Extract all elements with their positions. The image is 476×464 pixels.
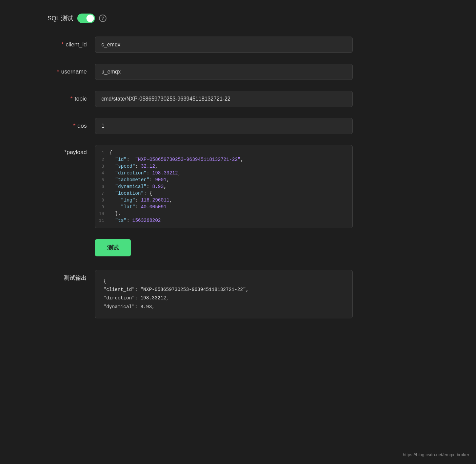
line-content: }, xyxy=(110,211,352,216)
output-box: { "client_id": "NXP-058659730253-9639451… xyxy=(95,270,353,318)
toggle-slider xyxy=(77,14,95,23)
client-id-input[interactable] xyxy=(95,37,353,53)
output-row: 测试输出 { "client_id": "NXP-058659730253-96… xyxy=(27,270,449,318)
qos-input[interactable] xyxy=(95,118,353,134)
output-line: "client_id": "NXP-058659730253-963945118… xyxy=(103,286,344,294)
line-number: 1 xyxy=(95,150,110,155)
username-row: *username xyxy=(27,64,449,80)
sql-label: SQL 测试 xyxy=(47,14,73,22)
line-content: "direction": 198.33212, xyxy=(110,170,352,176)
qos-row: *qos xyxy=(27,118,449,134)
line-number: 5 xyxy=(95,177,110,183)
code-line: 4 "direction": 198.33212, xyxy=(95,170,352,176)
sql-toggle-row: SQL 测试 ? xyxy=(47,14,449,23)
client-id-required-star: * xyxy=(61,41,64,48)
code-line: 6 "dynamical": 8.93, xyxy=(95,183,352,190)
payload-editor[interactable]: 1{2 "id": "NXP-058659730253-963945118132… xyxy=(95,145,353,228)
code-line: 7 "location": { xyxy=(95,190,352,197)
sql-toggle[interactable] xyxy=(77,14,95,23)
topic-required-star: * xyxy=(70,96,73,102)
line-number: 9 xyxy=(95,205,110,210)
output-label: 测试输出 xyxy=(27,270,95,282)
line-content: "tachometer": 9001, xyxy=(110,177,352,183)
code-line: 5 "tachometer": 9001, xyxy=(95,176,352,183)
code-line: 9 "lat": 40.005091 xyxy=(95,204,352,210)
line-number: 2 xyxy=(95,157,110,162)
payload-row: *payload 1{2 "id": "NXP-058659730253-963… xyxy=(27,145,449,228)
payload-label: *payload xyxy=(27,145,95,156)
line-content: "ts": 1563268202 xyxy=(110,218,352,223)
line-content: "dynamical": 8.93, xyxy=(110,184,352,189)
line-number: 4 xyxy=(95,171,110,176)
output-line: { xyxy=(103,277,344,286)
code-line: 2 "id": "NXP-058659730253-96394511813272… xyxy=(95,156,352,163)
line-number: 11 xyxy=(95,218,110,223)
code-lines: 1{2 "id": "NXP-058659730253-963945118132… xyxy=(95,145,352,228)
client-id-label: *client_id xyxy=(27,41,95,48)
output-line: "dynamical": 8.93, xyxy=(103,303,344,311)
client-id-row: *client_id xyxy=(27,37,449,53)
code-line: 8 "lng": 116.296011, xyxy=(95,197,352,204)
username-input[interactable] xyxy=(95,64,353,80)
line-content: { xyxy=(110,150,352,155)
test-button[interactable]: 测试 xyxy=(95,239,131,256)
topic-row: *topic xyxy=(27,91,449,107)
code-line: 1{ xyxy=(95,149,352,156)
username-label: *username xyxy=(27,68,95,75)
line-content: "id": "NXP-058659730253-963945118132721-… xyxy=(110,157,352,162)
line-content: "speed": 32.12, xyxy=(110,164,352,169)
code-line: 10 }, xyxy=(95,210,352,217)
line-content: "lng": 116.296011, xyxy=(110,197,352,203)
code-line: 3 "speed": 32.12, xyxy=(95,163,352,170)
topic-label: *topic xyxy=(27,96,95,102)
qos-label: *qos xyxy=(27,123,95,129)
line-number: 8 xyxy=(95,198,110,203)
line-number: 3 xyxy=(95,164,110,169)
line-number: 10 xyxy=(95,211,110,216)
topic-input[interactable] xyxy=(95,91,353,107)
help-icon[interactable]: ? xyxy=(99,15,106,22)
line-number: 7 xyxy=(95,191,110,196)
output-line: "direction": 198.33212, xyxy=(103,294,344,302)
line-content: "location": { xyxy=(110,191,352,196)
test-button-row: 测试 xyxy=(27,239,449,270)
footer-link[interactable]: https://blog.csdn.net/emqx_broker xyxy=(403,452,469,457)
line-content: "lat": 40.005091 xyxy=(110,204,352,210)
line-number: 6 xyxy=(95,184,110,189)
code-line: 11 "ts": 1563268202 xyxy=(95,217,352,224)
username-required-star: * xyxy=(57,68,59,75)
qos-required-star: * xyxy=(73,123,76,129)
